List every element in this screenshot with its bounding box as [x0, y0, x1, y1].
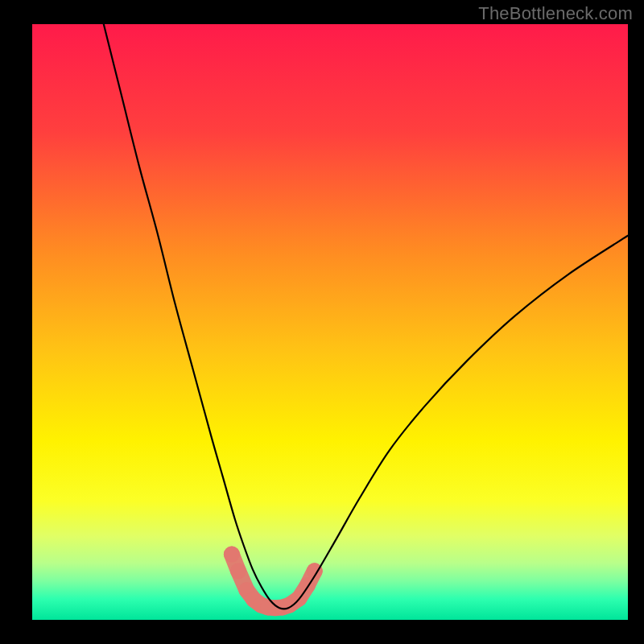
marker-band	[224, 547, 323, 617]
svg-point-1	[224, 547, 240, 563]
svg-point-2	[230, 563, 246, 579]
bottleneck-curve	[104, 24, 628, 609]
chart-svg	[32, 24, 628, 620]
frame: TheBottleneck.com	[0, 0, 644, 644]
plot-area	[32, 24, 628, 620]
watermark-text: TheBottleneck.com	[478, 3, 633, 24]
